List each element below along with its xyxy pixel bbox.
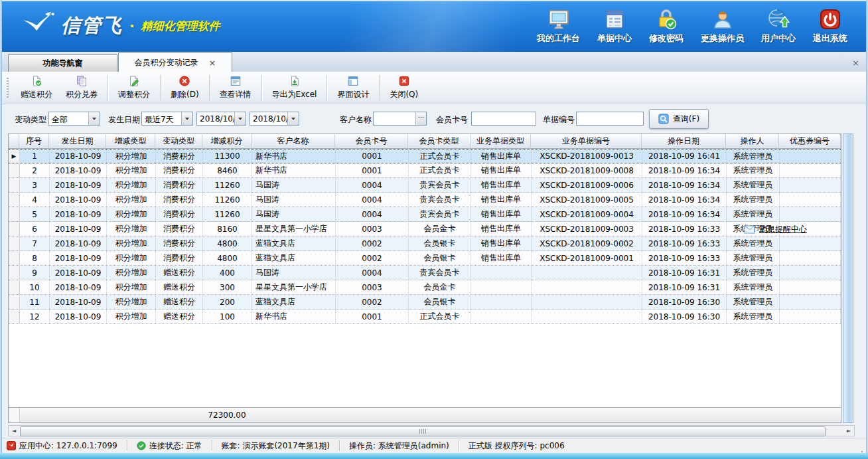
- table-row[interactable]: 82018-10-09积分增加消费积分4800蓝猫文具店0002会员银卡销售出库…: [9, 251, 841, 266]
- document-center-icon: [603, 8, 626, 31]
- table-cell: 正式会员卡: [409, 310, 471, 323]
- table-row[interactable]: 72018-10-09积分增加消费积分4800蓝猫文具店0002会员银卡销售出库…: [9, 236, 841, 251]
- vertical-scrollbar[interactable]: [843, 134, 853, 423]
- search-button[interactable]: 查询(F): [649, 109, 709, 129]
- date-to-value: 2018/10/9: [250, 112, 287, 125]
- table-cell: XSCKD-20181009-0005: [532, 193, 642, 207]
- row-selector-cell: [9, 280, 20, 294]
- column-header-1[interactable]: 发生日期: [49, 134, 106, 149]
- status-operator-text: 操作员: 系统管理员(admin): [349, 440, 449, 452]
- banner-action-switch-operator[interactable]: 更换操作员: [701, 8, 744, 45]
- table-row[interactable]: 42018-10-09积分增加消费积分11260马国涛0004贵宾会员卡销售出库…: [9, 193, 841, 207]
- ui-design-icon: [347, 75, 359, 87]
- column-header-3[interactable]: 变动类型: [155, 134, 202, 149]
- toolbar-button-export-excel[interactable]: 导出为Excel: [266, 74, 323, 102]
- tab-member-points-record[interactable]: 会员积分变动记录 ×: [118, 52, 232, 72]
- table-cell: 积分增加: [107, 163, 156, 177]
- brand-separator: ·: [129, 18, 135, 34]
- table-row[interactable]: 52018-10-09积分增加消费积分11260马国涛0004贵宾会员卡销售出库…: [9, 207, 841, 222]
- table-cell: 正式会员卡: [409, 149, 471, 163]
- toolbar-button-ui-design[interactable]: 界面设计: [331, 74, 375, 102]
- chevron-down-icon[interactable]: [181, 112, 192, 125]
- table-cell: 4800: [203, 251, 252, 265]
- column-header-5[interactable]: 客户名称: [252, 134, 335, 149]
- points-coupon-icon: [76, 75, 88, 87]
- table-cell: 1: [20, 149, 50, 163]
- chevron-down-icon[interactable]: [287, 112, 299, 125]
- column-header-8[interactable]: 业务单据类型: [470, 134, 531, 149]
- table-row[interactable]: 92018-10-09积分增加赠送积分400马国涛0004贵宾会员卡2018-1…: [9, 266, 841, 280]
- table-row[interactable]: 102018-10-09积分增加赠送积分300星星文具第一小学店0003会员金卡…: [9, 280, 841, 295]
- switch-operator-icon: [711, 8, 734, 31]
- chevron-down-icon[interactable]: [234, 112, 246, 125]
- toolbar-button-close[interactable]: 关闭(Q): [384, 74, 424, 102]
- table-cell: 2018-10-09: [50, 280, 107, 294]
- status-app-center: 应用中心: 127.0.0.1:7099: [7, 440, 127, 452]
- status-account-set: 账套: 演示账套(2017年第1期): [212, 440, 339, 452]
- change-type-select[interactable]: 全部: [48, 112, 100, 126]
- main-area: 变动类型 全部 发生日期 最近7天 2018/10/2 2018/10/9 客户…: [2, 104, 866, 438]
- tab-close-icon[interactable]: ×: [209, 58, 216, 67]
- banner-action-user-center[interactable]: 用户中心: [761, 8, 796, 45]
- table-cell: [471, 295, 532, 309]
- column-header-7[interactable]: 会员卡类型: [408, 134, 470, 149]
- tab-function-navigator[interactable]: 功能导航窗: [8, 54, 117, 72]
- customer-input[interactable]: [374, 112, 415, 125]
- tabstrip-close-icon[interactable]: ×: [852, 58, 859, 67]
- row-selector-cell: [9, 266, 20, 280]
- banner-action-document-center[interactable]: 单据中心: [597, 8, 632, 45]
- banner-action-my-workspace[interactable]: 我的工作台: [537, 8, 580, 45]
- table-cell: 2018-10-09: [50, 193, 107, 207]
- table-cell: 新华书店: [252, 149, 336, 163]
- grid-summary-row: 72300.00: [9, 407, 841, 422]
- message-center-link[interactable]: 消息提醒中心: [759, 224, 807, 235]
- table-cell: 10: [20, 280, 50, 294]
- banner-action-change-password[interactable]: 修改密码: [649, 8, 684, 45]
- row-selector-cell: [9, 193, 20, 207]
- table-cell: 2018-10-09 16:33: [642, 251, 727, 265]
- toolbar-button-delete[interactable]: 删除(D): [165, 74, 205, 102]
- toolbar-button-label: 导出为Excel: [272, 89, 317, 100]
- toolbar-button-points-coupon[interactable]: 积分兑券: [60, 74, 104, 102]
- date-range-select[interactable]: 最近7天: [141, 112, 193, 126]
- table-row[interactable]: 62018-10-09积分增加消费积分8160星星文具第一小学店0003会员金卡…: [9, 222, 841, 236]
- banner-action-exit-system[interactable]: 退出系统: [813, 8, 847, 45]
- status-license-text: 正式版 授权序列号: pc006: [469, 440, 565, 452]
- table-cell: 2018-10-09: [50, 310, 107, 323]
- column-header-9[interactable]: 业务单据编号: [531, 134, 642, 149]
- table-cell: 积分增加: [107, 149, 156, 163]
- table-cell: 蓝猫文具店: [252, 236, 336, 250]
- table-cell: 2018-10-09 16:34: [642, 163, 727, 177]
- column-header-0[interactable]: 序号: [19, 134, 49, 149]
- toolbar-button-view-details[interactable]: 查看详情: [214, 74, 257, 102]
- search-button-label: 查询(F): [673, 114, 699, 125]
- table-row[interactable]: 32018-10-09积分增加消费积分11260马国涛0004贵宾会员卡销售出库…: [9, 178, 841, 193]
- toolbar-drag-handle[interactable]: [7, 78, 9, 98]
- date-to-select[interactable]: 2018/10/9: [250, 112, 299, 126]
- table-row[interactable]: 22018-10-09积分增加消费积分8460新华书店0001正式会员卡销售出库…: [9, 163, 841, 178]
- date-from-select[interactable]: 2018/10/2: [196, 112, 246, 126]
- column-header-10[interactable]: 操作日期: [642, 134, 726, 149]
- chevron-down-icon[interactable]: [88, 112, 100, 125]
- table-row[interactable]: 122018-10-09积分增加赠送积分100新华书店0001正式会员卡2018…: [9, 310, 841, 324]
- column-header-2[interactable]: 增减类型: [106, 134, 155, 149]
- table-row[interactable]: ▶12018-10-09积分增加消费积分11300新华书店0001正式会员卡销售…: [9, 149, 841, 163]
- scroll-left-arrow-icon[interactable]: ◄: [9, 426, 19, 436]
- horizontal-scrollbar-thumb[interactable]: [20, 426, 826, 436]
- card-no-input[interactable]: [472, 112, 536, 125]
- scroll-right-arrow-icon[interactable]: ►: [843, 426, 854, 436]
- table-cell: 8160: [203, 222, 252, 236]
- toolbar-button-gift-points[interactable]: 赠送积分: [15, 74, 58, 102]
- table-row[interactable]: 112018-10-09积分增加赠送积分200蓝猫文具店0002会员银卡2018…: [9, 295, 841, 310]
- column-header-6[interactable]: 会员卡号: [335, 134, 408, 149]
- toolbar-button-label: 积分兑券: [66, 89, 98, 100]
- toolbar-separator: [379, 75, 380, 100]
- customer-lookup-button[interactable]: ···: [415, 112, 426, 125]
- column-header-4[interactable]: 增减积分: [202, 134, 252, 149]
- doc-no-input[interactable]: [577, 112, 643, 125]
- toolbar-button-adjust-points[interactable]: 调整积分: [112, 74, 156, 102]
- table-cell: 会员银卡: [409, 295, 471, 309]
- mail-icon: [744, 225, 755, 234]
- table-cell: 星星文具第一小学店: [252, 280, 336, 294]
- table-cell: 消费积分: [156, 163, 203, 177]
